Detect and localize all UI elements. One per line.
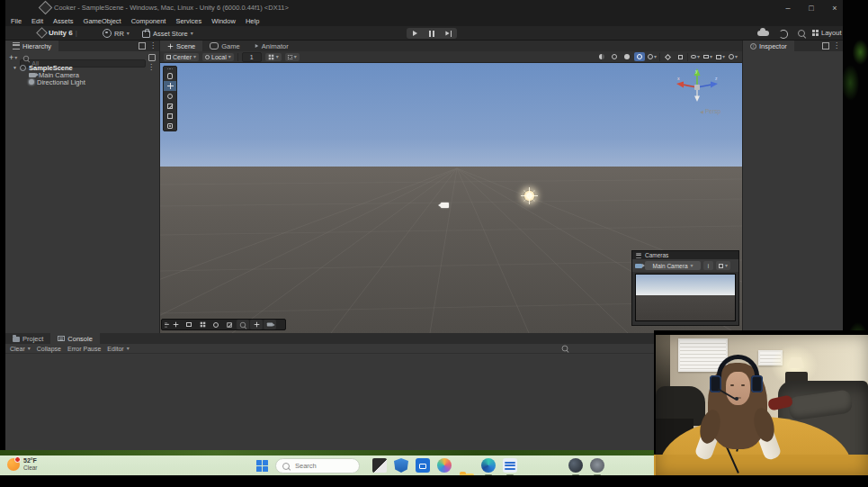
move-tool-button[interactable] — [164, 81, 176, 91]
tab-scene[interactable]: Scene — [160, 41, 202, 51]
menu-edit[interactable]: Edit — [31, 17, 43, 25]
hidden-objects-icon[interactable] — [675, 52, 685, 61]
camera-scene-gizmo[interactable] — [441, 203, 449, 208]
2d-toggle-icon[interactable] — [609, 52, 620, 61]
effects-toggle-icon[interactable] — [634, 52, 645, 61]
asset-store-label: Asset Store — [153, 30, 188, 38]
panel-options-icon[interactable] — [139, 42, 146, 50]
hierarchy-search[interactable] — [20, 53, 146, 61]
windows-security-icon[interactable] — [394, 458, 408, 473]
unity-hub-icon[interactable] — [590, 458, 604, 473]
editor-label: Editor — [107, 346, 123, 352]
tab-console[interactable]: Console — [50, 333, 100, 344]
tab-animator[interactable]: Animator — [247, 41, 296, 51]
rect-tool-button[interactable] — [164, 111, 176, 121]
tool-settings-icon[interactable] — [183, 320, 195, 329]
persp-toggle[interactable]: ◀ Persp — [700, 108, 720, 114]
tab-game[interactable]: Game — [202, 41, 246, 51]
camera-preview-size-button[interactable]: ▾ — [716, 261, 730, 270]
grid-snap-dropdown[interactable]: ▾ — [265, 53, 282, 61]
error-pause-toggle[interactable]: Error Pause — [67, 346, 101, 352]
global-search-button[interactable] — [798, 30, 805, 37]
gizmos-dropdown-icon[interactable]: ▾ — [728, 52, 738, 61]
copilot-icon[interactable] — [437, 458, 452, 473]
scene-picking-icon[interactable] — [148, 54, 156, 61]
collapse-toggle[interactable]: Collapse — [37, 346, 61, 352]
camera-select-dropdown[interactable]: Main Camera ▾ — [645, 261, 701, 270]
undo-history-button[interactable] — [779, 30, 788, 39]
snap-overlay-icon[interactable] — [223, 320, 236, 329]
transform-tool-button[interactable] — [164, 121, 176, 131]
scene-viewport[interactable]: y x z ◀ Persp Cameras — [160, 63, 742, 333]
account-dropdown[interactable]: RR ▾ — [103, 29, 130, 38]
tool-handle-rotation-dropdown[interactable]: Local ▾ — [202, 53, 234, 61]
tree-row-directional-light[interactable]: Directional Light — [5, 78, 159, 86]
lighting-toggle-icon[interactable] — [622, 52, 632, 61]
tab-inspector[interactable]: i Inspector — [743, 41, 794, 51]
taskbar-search[interactable] — [275, 458, 360, 473]
kebab-menu-icon[interactable]: ⋮ — [833, 42, 840, 50]
asset-store-dropdown[interactable]: Asset Store ▾ — [142, 29, 193, 38]
visibility-dropdown-icon[interactable]: ▾ — [690, 52, 701, 61]
overlay-drag-handle[interactable] — [164, 320, 168, 329]
steam-icon[interactable] — [568, 458, 583, 473]
tab-hierarchy[interactable]: Hierarchy — [5, 41, 58, 51]
menu-gameobject[interactable]: GameObject — [84, 17, 121, 25]
cloud-icon — [757, 31, 769, 36]
move-overlay-icon[interactable] — [169, 320, 182, 329]
draw-mode-icon[interactable] — [596, 52, 607, 61]
chevron-down-icon: ▾ — [654, 54, 657, 59]
menu-assets[interactable]: Assets — [53, 17, 74, 25]
pause-button[interactable] — [424, 28, 441, 39]
play-button[interactable] — [407, 28, 424, 39]
snap-increment-dropdown[interactable]: ▾ — [285, 53, 300, 61]
start-button[interactable] — [256, 460, 268, 472]
clear-button[interactable]: Clear ▾ — [10, 346, 31, 352]
audio-toggle-icon[interactable] — [662, 52, 673, 61]
panel-options-icon[interactable] — [822, 42, 829, 50]
scale-tool-button[interactable] — [164, 101, 176, 111]
tab-project[interactable]: Project — [5, 333, 50, 344]
tree-row-scene[interactable]: ▼ SampleScene ⋮ — [5, 64, 159, 71]
camera-overlay-icon[interactable] — [264, 320, 276, 329]
create-object-button[interactable]: + ▾ — [9, 53, 17, 62]
edge-browser-icon[interactable] — [481, 458, 496, 473]
grid-overlay-icon[interactable] — [196, 320, 209, 329]
expand-caret-icon[interactable]: ▼ — [13, 65, 17, 70]
task-view-button[interactable] — [372, 458, 387, 473]
cameras-overlay-header[interactable]: Cameras — [632, 251, 738, 259]
menu-component[interactable]: Component — [131, 17, 166, 25]
layout-dropdown[interactable]: Layout ▾ — [812, 29, 847, 37]
minimize-button[interactable]: – — [777, 0, 799, 15]
overlays-dropdown-icon[interactable]: ▾ — [647, 52, 658, 61]
camera-view-dropdown-icon[interactable]: ▾ — [702, 52, 713, 61]
menu-window[interactable]: Window — [211, 17, 236, 25]
tool-handle-pivot-dropdown[interactable]: Center ▾ — [164, 53, 199, 61]
cloud-services-button[interactable] — [757, 31, 769, 36]
menu-file[interactable]: File — [11, 17, 22, 25]
kebab-menu-icon[interactable]: ⋮ — [148, 64, 155, 71]
menu-services[interactable]: Services — [175, 17, 201, 25]
layers-dropdown-icon[interactable]: ▾ — [715, 52, 726, 61]
list-app-icon[interactable] — [503, 458, 517, 473]
orientation-overlay-icon[interactable] — [210, 320, 222, 329]
weather-widget[interactable]: 52°F Clear — [7, 457, 38, 472]
minimize-icon: – — [785, 4, 790, 13]
microsoft-store-icon[interactable] — [416, 458, 430, 473]
maximize-button[interactable]: □ — [801, 0, 822, 15]
crosshair-overlay-icon[interactable] — [250, 320, 263, 329]
orientation-gizmo[interactable]: y x z — [672, 67, 722, 108]
editor-dropdown[interactable]: Editor ▾ — [107, 346, 129, 352]
grid-size-field[interactable]: 1 — [242, 52, 262, 62]
step-button[interactable] — [440, 28, 457, 39]
kebab-menu-icon[interactable]: ⋮ — [149, 42, 157, 50]
view-tool-button[interactable] — [164, 71, 176, 81]
menu-help[interactable]: Help — [246, 17, 259, 25]
directional-light-label: Directional Light — [37, 78, 85, 86]
camera-info-button[interactable]: i — [703, 261, 713, 270]
rotate-tool-button[interactable] — [164, 91, 176, 101]
pause-icon — [429, 31, 434, 37]
search-overlay-icon[interactable] — [237, 320, 249, 329]
console-search-icon[interactable] — [562, 346, 568, 352]
taskbar-search-input[interactable] — [293, 461, 351, 471]
